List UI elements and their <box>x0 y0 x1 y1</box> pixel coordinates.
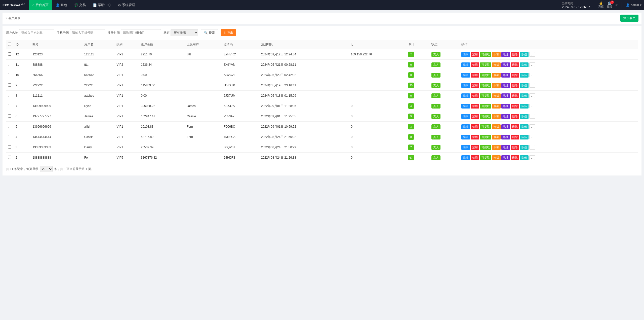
delete-button[interactable]: 删除 <box>511 135 519 139</box>
row-checkbox[interactable] <box>8 94 11 97</box>
ban-button[interactable]: 禁用 <box>471 104 479 109</box>
more-button[interactable]: ... <box>529 114 535 119</box>
username-input[interactable] <box>19 29 54 36</box>
more-button[interactable]: ... <box>529 73 535 77</box>
more-button[interactable]: ... <box>529 62 535 67</box>
search-button[interactable]: 🔍 搜索 <box>201 29 218 36</box>
team-button[interactable]: 队伍 <box>520 73 529 78</box>
balance-button[interactable]: 余额 <box>492 155 501 160</box>
ban-button[interactable]: 禁用 <box>471 93 479 98</box>
status-badge[interactable]: 真人 <box>431 135 440 139</box>
recharge-button[interactable]: 💰 充值 <box>598 2 604 9</box>
add-member-button[interactable]: 添加会员 <box>620 15 638 22</box>
row-checkbox[interactable] <box>8 156 11 159</box>
row-checkbox[interactable] <box>8 104 11 107</box>
copyable-button[interactable]: 可提取 <box>480 93 491 98</box>
balance-button[interactable]: 余额 <box>492 145 501 150</box>
copyable-button[interactable]: 可提取 <box>480 104 491 109</box>
status-badge[interactable]: 真人 <box>431 73 440 78</box>
address-button[interactable]: 地址 <box>501 145 510 150</box>
balance-button[interactable]: 余额 <box>492 135 501 139</box>
reg-time-input[interactable] <box>121 29 161 36</box>
copyable-button[interactable]: 可提取 <box>480 135 491 139</box>
edit-button[interactable]: 编辑 <box>461 52 470 57</box>
per-page-select[interactable]: 10 20 50 100 <box>40 166 53 172</box>
edit-button[interactable]: 编辑 <box>461 104 470 109</box>
ban-button[interactable]: 禁用 <box>471 155 479 160</box>
delete-button[interactable]: 删除 <box>511 52 519 57</box>
row-checkbox[interactable] <box>8 135 11 138</box>
status-badge[interactable]: 真人 <box>431 62 440 67</box>
withdraw-button[interactable]: 🏦 提现 7 <box>607 2 612 9</box>
status-badge[interactable]: 真人 <box>431 93 440 98</box>
nav-home[interactable]: ⌂ 后台首页 <box>29 0 52 10</box>
team-button[interactable]: 队伍 <box>520 52 529 57</box>
status-badge[interactable]: 真人 <box>431 83 440 88</box>
row-checkbox[interactable] <box>8 73 11 76</box>
export-button[interactable]: ⬇ 导出 <box>221 29 236 36</box>
team-button[interactable]: 队伍 <box>520 135 529 139</box>
nav-trade[interactable]: 💱 交易 <box>71 0 89 10</box>
more-button[interactable]: ... <box>529 83 535 88</box>
team-button[interactable]: 队伍 <box>520 83 529 88</box>
address-button[interactable]: 地址 <box>501 135 510 139</box>
copyable-button[interactable]: 可提取 <box>480 62 491 67</box>
ban-button[interactable]: 禁用 <box>471 135 479 139</box>
edit-button[interactable]: 编辑 <box>461 155 470 160</box>
status-select[interactable]: 所有状态 正常 禁用 <box>171 29 198 36</box>
team-button[interactable]: 队伍 <box>520 114 529 119</box>
nav-role[interactable]: 👤 角色 <box>52 0 71 10</box>
edit-button[interactable]: 编辑 <box>461 93 470 98</box>
delete-button[interactable]: 删除 <box>511 155 519 160</box>
delete-button[interactable]: 删除 <box>511 104 519 109</box>
edit-button[interactable]: 编辑 <box>461 114 470 119</box>
address-button[interactable]: 地址 <box>501 124 510 129</box>
ban-button[interactable]: 禁用 <box>471 145 479 150</box>
edit-button[interactable]: 编辑 <box>461 135 470 139</box>
edit-button[interactable]: 编辑 <box>461 145 470 150</box>
refresh-button[interactable]: ↺ <box>615 4 618 7</box>
more-button[interactable]: ... <box>529 52 535 57</box>
row-checkbox[interactable] <box>8 125 11 128</box>
status-badge[interactable]: 真人 <box>431 104 440 109</box>
select-all-checkbox[interactable] <box>8 43 11 46</box>
row-checkbox[interactable] <box>8 145 11 149</box>
delete-button[interactable]: 删除 <box>511 93 519 98</box>
team-button[interactable]: 队伍 <box>520 145 529 150</box>
delete-button[interactable]: 删除 <box>511 62 519 67</box>
ban-button[interactable]: 禁用 <box>471 124 479 129</box>
ban-button[interactable]: 禁用 <box>471 73 479 78</box>
team-button[interactable]: 队伍 <box>520 93 529 98</box>
ban-button[interactable]: 禁用 <box>471 83 479 88</box>
copyable-button[interactable]: 可提取 <box>480 83 491 88</box>
nav-help[interactable]: 📄 帮助中心 <box>89 0 114 10</box>
balance-button[interactable]: 余额 <box>492 52 501 57</box>
edit-button[interactable]: 编辑 <box>461 124 470 129</box>
delete-button[interactable]: 删除 <box>511 124 519 129</box>
edit-button[interactable]: 编辑 <box>461 83 470 88</box>
address-button[interactable]: 地址 <box>501 52 510 57</box>
delete-button[interactable]: 删除 <box>511 114 519 119</box>
balance-button[interactable]: 余额 <box>492 114 501 119</box>
status-badge[interactable]: 真人 <box>431 124 440 129</box>
balance-button[interactable]: 余额 <box>492 73 501 78</box>
address-button[interactable]: 地址 <box>501 104 510 109</box>
team-button[interactable]: 队伍 <box>520 104 529 109</box>
balance-button[interactable]: 余额 <box>492 124 501 129</box>
delete-button[interactable]: 删除 <box>511 145 519 150</box>
status-badge[interactable]: 真人 <box>431 52 440 57</box>
phone-input[interactable] <box>70 29 105 36</box>
address-button[interactable]: 地址 <box>501 62 510 67</box>
team-button[interactable]: 队伍 <box>520 62 529 67</box>
team-button[interactable]: 队伍 <box>520 155 529 160</box>
edit-button[interactable]: 编辑 <box>461 62 470 67</box>
copyable-button[interactable]: 可提取 <box>480 73 491 78</box>
more-button[interactable]: ... <box>529 124 535 129</box>
status-badge[interactable]: 真人 <box>431 145 440 150</box>
delete-button[interactable]: 删除 <box>511 83 519 88</box>
more-button[interactable]: ... <box>529 145 535 150</box>
more-button[interactable]: ... <box>529 104 535 108</box>
address-button[interactable]: 地址 <box>501 155 510 160</box>
edit-button[interactable]: 编辑 <box>461 73 470 78</box>
nav-system[interactable]: ⚙ 系统管理 <box>114 0 139 10</box>
